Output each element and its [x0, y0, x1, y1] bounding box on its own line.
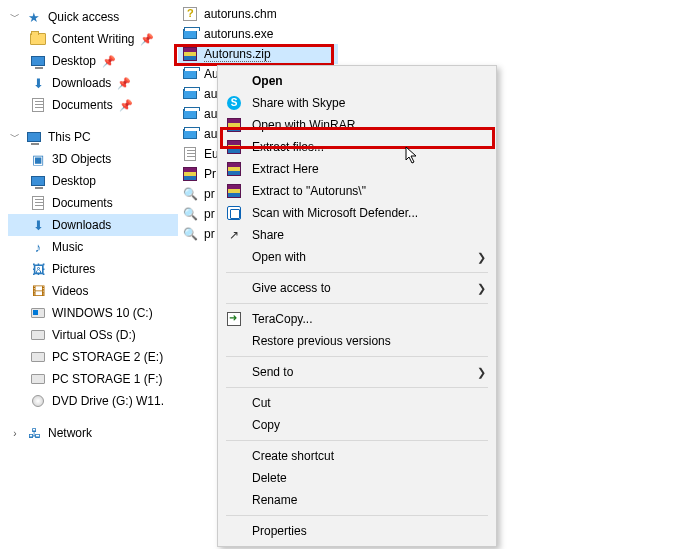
tree-pc-item[interactable]: WINDOWS 10 (C:): [8, 302, 178, 324]
tree-label: Pictures: [52, 262, 95, 276]
menu-label: Give access to: [252, 281, 468, 295]
file-label: pr: [204, 207, 215, 221]
tree-pc-item[interactable]: Desktop: [8, 170, 178, 192]
menu-label: Rename: [252, 493, 468, 507]
menu-separator: [226, 440, 488, 441]
pc-icon: [27, 132, 41, 142]
menu-item[interactable]: Scan with Microsoft Defender...: [218, 202, 496, 224]
drive-icon: [31, 330, 45, 340]
tree-pc-item[interactable]: PC STORAGE 1 (F:): [8, 368, 178, 390]
nav-tree: ﹀ ★ Quick access Content Writing 📌 Deskt…: [8, 6, 178, 444]
tree-pc-item-downloads[interactable]: ⬇ Downloads: [8, 214, 178, 236]
winrar-icon: [227, 184, 241, 198]
tree-pc-item[interactable]: PC STORAGE 2 (E:): [8, 346, 178, 368]
menu-item[interactable]: Open: [218, 70, 496, 92]
menu-item[interactable]: Extract files...: [218, 136, 496, 158]
menu-item[interactable]: ↗Share: [218, 224, 496, 246]
document-icon: [32, 196, 44, 210]
menu-item[interactable]: Send to❯: [218, 361, 496, 383]
menu-item[interactable]: Open with❯: [218, 246, 496, 268]
tree-label: Documents: [52, 196, 113, 210]
menu-item[interactable]: Delete: [218, 467, 496, 489]
menu-label: Delete: [252, 471, 468, 485]
exe-icon: [183, 29, 197, 39]
download-icon: ⬇: [30, 217, 46, 233]
tree-label: Network: [48, 426, 92, 440]
pin-icon: 📌: [140, 33, 154, 46]
network-icon: 🖧: [26, 425, 42, 441]
chevron-right-icon: ›: [10, 428, 20, 438]
tree-quick-access[interactable]: ﹀ ★ Quick access: [8, 6, 178, 28]
menu-separator: [226, 356, 488, 357]
file-label: au: [204, 127, 217, 141]
tree-pc-item[interactable]: ▣ 3D Objects: [8, 148, 178, 170]
tree-qa-item[interactable]: Desktop 📌: [8, 50, 178, 72]
file-label: pr: [204, 227, 215, 241]
menu-item[interactable]: Open with WinRAR: [218, 114, 496, 136]
file-label: autoruns.exe: [204, 27, 273, 41]
menu-item[interactable]: Copy: [218, 414, 496, 436]
menu-item[interactable]: Create shortcut: [218, 445, 496, 467]
tree-label: Quick access: [48, 10, 119, 24]
desktop-icon: [31, 56, 45, 66]
teracopy-icon: [227, 312, 241, 326]
magnifier-icon: 🔍: [183, 187, 198, 201]
menu-label: Create shortcut: [252, 449, 468, 463]
exe-icon: [183, 89, 197, 99]
chm-icon: [183, 7, 197, 21]
magnifier-icon: 🔍: [183, 207, 198, 221]
pictures-icon: 🖼: [30, 261, 46, 277]
tree-pc-item[interactable]: Documents: [8, 192, 178, 214]
tree-qa-item[interactable]: Documents 📌: [8, 94, 178, 116]
file-item[interactable]: autoruns.chm: [178, 4, 338, 24]
winrar-icon: [183, 167, 197, 181]
menu-item[interactable]: Cut: [218, 392, 496, 414]
menu-item[interactable]: SShare with Skype: [218, 92, 496, 114]
file-label: Autoruns.zip: [204, 47, 271, 62]
star-icon: ★: [26, 9, 42, 25]
tree-qa-item[interactable]: Content Writing 📌: [8, 28, 178, 50]
share-icon: ↗: [229, 228, 239, 242]
menu-label: Copy: [252, 418, 468, 432]
menu-item[interactable]: TeraCopy...: [218, 308, 496, 330]
tree-label: Desktop: [52, 54, 96, 68]
file-item[interactable]: Autoruns.zip: [178, 44, 338, 64]
menu-item[interactable]: Extract to "Autoruns\": [218, 180, 496, 202]
tree-label: This PC: [48, 130, 91, 144]
menu-separator: [226, 515, 488, 516]
file-item[interactable]: autoruns.exe: [178, 24, 338, 44]
menu-item[interactable]: Extract Here: [218, 158, 496, 180]
drive-icon: [31, 374, 45, 384]
document-icon: [32, 98, 44, 112]
file-label: au: [204, 107, 217, 121]
menu-label: Open with: [252, 250, 468, 264]
exe-icon: [183, 69, 197, 79]
menu-item[interactable]: Give access to❯: [218, 277, 496, 299]
exe-icon: [183, 109, 197, 119]
tree-pc-item[interactable]: Virtual OSs (D:): [8, 324, 178, 346]
videos-icon: 🎞: [30, 283, 46, 299]
text-icon: [184, 147, 196, 161]
pin-icon: 📌: [119, 99, 133, 112]
menu-item[interactable]: Properties: [218, 520, 496, 542]
menu-label: Send to: [252, 365, 468, 379]
tree-pc-item[interactable]: ♪ Music: [8, 236, 178, 258]
music-icon: ♪: [30, 239, 46, 255]
menu-label: Scan with Microsoft Defender...: [252, 206, 468, 220]
winrar-icon: [227, 140, 241, 154]
tree-pc-item[interactable]: DVD Drive (G:) W11.: [8, 390, 178, 412]
menu-label: Share with Skype: [252, 96, 468, 110]
tree-pc-item[interactable]: 🖼 Pictures: [8, 258, 178, 280]
skype-icon: S: [227, 96, 241, 110]
tree-qa-item[interactable]: ⬇ Downloads 📌: [8, 72, 178, 94]
tree-pc-item[interactable]: 🎞 Videos: [8, 280, 178, 302]
menu-item[interactable]: Restore previous versions: [218, 330, 496, 352]
tree-network[interactable]: › 🖧 Network: [8, 422, 178, 444]
file-label: Pr: [204, 167, 216, 181]
chevron-right-icon: ❯: [477, 366, 486, 379]
tree-this-pc[interactable]: ﹀ This PC: [8, 126, 178, 148]
tree-label: PC STORAGE 2 (E:): [52, 350, 163, 364]
winrar-icon: [227, 118, 241, 132]
menu-item[interactable]: Rename: [218, 489, 496, 511]
chevron-right-icon: ❯: [477, 282, 486, 295]
